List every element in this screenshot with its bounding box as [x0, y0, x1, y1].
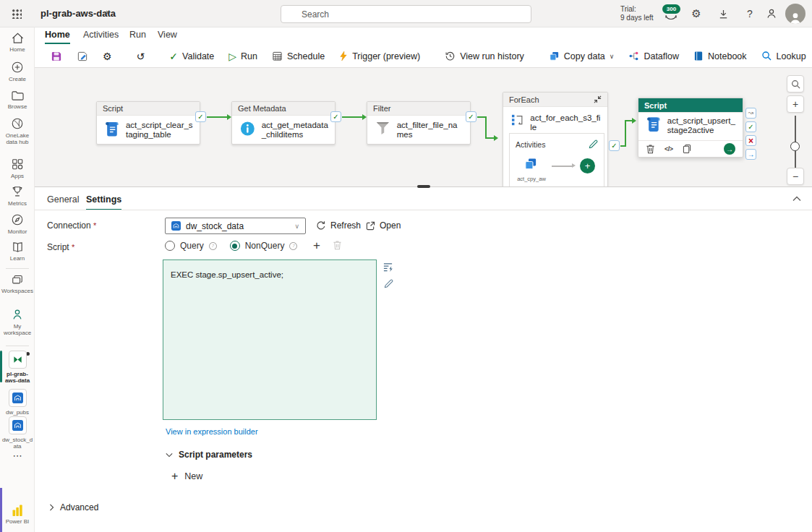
sidebar-item-metrics[interactable]: Metrics	[0, 185, 35, 207]
edit-activities-pencil-icon[interactable]	[589, 140, 598, 149]
warehouse-icon	[171, 221, 181, 231]
undo-button[interactable]: ↺	[131, 48, 151, 64]
tab-view[interactable]: View	[158, 30, 177, 43]
completion-port-badge[interactable]: →	[745, 149, 756, 160]
code-view-icon[interactable]: </>	[664, 145, 673, 153]
undo-icon: ↺	[137, 51, 145, 61]
sidebar-item-create[interactable]: Create	[0, 61, 35, 82]
success-port-badge[interactable]: ✓	[745, 121, 756, 132]
validate-button[interactable]: ✓ Validate	[163, 48, 220, 64]
sidebar-item-warehouse-dw-pubs[interactable]: dw_pubs	[0, 389, 35, 416]
product-switcher-power-bi[interactable]: Power BI	[0, 505, 35, 525]
zoom-slider-handle[interactable]	[790, 142, 800, 151]
nonquery-info-icon[interactable]: ?	[289, 242, 297, 250]
sidebar-item-monitor[interactable]: Monitor	[0, 213, 35, 235]
tab-run[interactable]: Run	[129, 30, 146, 43]
home-icon	[11, 32, 25, 44]
sidebar-item-learn[interactable]: Learn	[0, 241, 35, 262]
search-input[interactable]	[281, 5, 531, 23]
refresh-button[interactable]: Refresh	[316, 220, 361, 231]
panel-tab-general[interactable]: General	[47, 194, 79, 209]
settings-gear-icon[interactable]: ⚙	[690, 7, 703, 20]
app-launcher-icon[interactable]	[12, 9, 22, 19]
add-next-activity-button[interactable]: →	[724, 143, 735, 155]
sidebar-item-workspaces[interactable]: Workspaces	[0, 273, 35, 294]
tab-home[interactable]: Home	[45, 30, 70, 44]
collapse-panel-chevron-icon[interactable]	[792, 196, 801, 202]
new-parameter-button[interactable]: + New	[171, 471, 202, 481]
sidebar-item-home[interactable]: Home	[0, 32, 35, 53]
activity-card-script-clear-staging[interactable]: Script act_script_clear_staging_table	[96, 101, 200, 145]
sidebar-item-onelake-data-hub[interactable]: OneLake data hub	[0, 117, 35, 145]
panel-tab-settings[interactable]: Settings	[86, 194, 121, 210]
fail-port-badge[interactable]: ×	[745, 135, 756, 146]
dropdown-chevron-icon: ∨	[294, 223, 299, 230]
pipeline-title[interactable]: pl-grab-aws-data	[40, 8, 116, 19]
query-info-icon[interactable]: ?	[209, 242, 217, 250]
activity-card-filter[interactable]: Filter act_filter_file_names	[367, 101, 471, 145]
inner-connector-line	[552, 166, 572, 167]
tab-activities[interactable]: Activities	[83, 30, 119, 43]
canvas-search-button[interactable]	[787, 75, 804, 93]
clone-activity-icon[interactable]	[683, 144, 691, 154]
browse-folder-icon	[11, 90, 25, 101]
add-script-button[interactable]: +	[313, 239, 320, 253]
script-code-editor[interactable]: EXEC stage.sp_upsert_active;	[163, 259, 377, 420]
lookup-button[interactable]: Lookup	[756, 48, 812, 64]
delete-activity-icon[interactable]	[646, 144, 655, 154]
script-parameters-collapser[interactable]: Script parameters	[166, 450, 252, 460]
rail-more-button[interactable]: ⋯	[0, 450, 35, 461]
refresh-icon	[316, 220, 326, 231]
schedule-button[interactable]: Schedule	[266, 48, 330, 64]
expression-builder-link[interactable]: View in expression builder	[166, 427, 258, 436]
monitor-compass-icon	[11, 213, 24, 226]
collapse-icon[interactable]	[594, 95, 602, 103]
trigger-button[interactable]: Trigger (preview)	[333, 48, 426, 64]
foreach-activities-container[interactable]: Activities act_cpy_aw +	[509, 133, 604, 186]
inner-connector-arrowhead	[572, 163, 576, 168]
zoom-in-button[interactable]: +	[787, 95, 804, 113]
advanced-collapser[interactable]: Advanced	[49, 502, 98, 512]
schedule-label: Schedule	[287, 51, 325, 61]
sidebar-item-pipeline-pl-grab-aws-data[interactable]: pl-grab-aws-data	[0, 351, 35, 384]
view-run-history-button[interactable]: View run history	[439, 48, 530, 64]
sidebar-item-my-workspace[interactable]: My workspace	[0, 308, 35, 336]
user-avatar[interactable]	[785, 4, 805, 24]
notebook-button[interactable]: Notebook	[688, 48, 753, 64]
power-bi-icon	[12, 505, 24, 516]
rail-divider	[6, 268, 29, 269]
edit-code-pencil-icon[interactable]	[384, 279, 393, 288]
connection-label: Connection *	[47, 220, 96, 231]
delete-script-icon-disabled[interactable]	[333, 240, 342, 250]
skip-port-badge[interactable]: ↝	[745, 108, 756, 119]
download-icon[interactable]	[717, 7, 730, 20]
panel-resize-handle[interactable]	[417, 185, 430, 188]
save-as-button[interactable]	[71, 48, 94, 65]
zoom-out-button[interactable]: −	[787, 168, 804, 185]
sidebar-item-warehouse-dw-stock-data[interactable]: dw_stock_data	[0, 416, 35, 450]
copy-data-button[interactable]: Copy data ∨	[543, 48, 620, 64]
activity-card-foreach[interactable]: ForEach act_for_each_s3_file Activities …	[503, 92, 608, 186]
connector-line	[485, 116, 487, 139]
rewards-icon[interactable]	[664, 14, 678, 22]
activity-card-script-upsert-selected[interactable]: Script act_script_upsert_stage2active </…	[638, 98, 743, 158]
pipeline-canvas[interactable]: Script act_script_clear_staging_table ✓ …	[35, 68, 812, 186]
open-connection-button[interactable]: Open	[366, 220, 401, 231]
feedback-icon[interactable]	[765, 7, 778, 20]
run-button[interactable]: ▷ Run	[223, 48, 263, 64]
nonquery-radio[interactable]	[230, 241, 240, 251]
save-button[interactable]	[45, 48, 68, 65]
help-icon[interactable]: ?	[743, 7, 756, 20]
connection-dropdown[interactable]: dw_stock_data ∨	[165, 218, 306, 234]
add-activity-button[interactable]: +	[580, 158, 595, 173]
dataflow-button[interactable]: Dataflow	[623, 48, 685, 64]
dynamic-content-icon[interactable]	[383, 262, 393, 273]
fabric-pipeline-editor: pl-grab-aws-data ∨ Trial: 9 days left 30…	[0, 0, 812, 532]
activity-card-get-metadata[interactable]: Get Metadata act_get_metadata_childitems	[231, 101, 336, 145]
sidebar-item-apps[interactable]: Apps	[0, 158, 35, 179]
pipeline-settings-button[interactable]: ⚙	[97, 48, 118, 64]
chevron-right-icon	[49, 504, 54, 511]
title-chevron-down-icon[interactable]: ∨	[106, 9, 111, 16]
sidebar-item-browse[interactable]: Browse	[0, 90, 35, 110]
query-radio[interactable]	[165, 241, 175, 251]
